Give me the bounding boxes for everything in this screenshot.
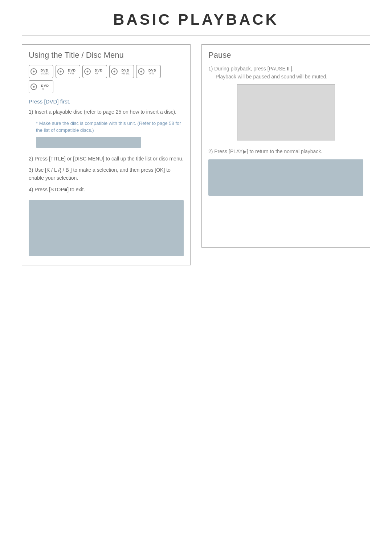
dvd-sub-6: -R xyxy=(41,87,44,90)
dvd-disc-circle-1 xyxy=(30,68,37,75)
dvd-text-video: DVD VIDEO xyxy=(41,69,49,75)
dvd-sub-2: +RW xyxy=(68,72,74,75)
right-section-title: Pause xyxy=(208,50,363,60)
page-title: BASIC PLAYBACK xyxy=(22,11,370,36)
dvd-label-3: DVD xyxy=(95,69,103,72)
dvd-label-1: DVD xyxy=(41,69,49,72)
right-step-2: 2) Press [PLAY▶] to return to the normal… xyxy=(208,148,363,156)
dvd-text-minusr: DVD -R xyxy=(41,84,49,90)
dvd-label-4: DVD xyxy=(122,69,130,72)
dvd-text-rw: DVD +RW xyxy=(68,69,76,75)
dvd-sub-3: +R xyxy=(95,72,98,75)
dvd-disc-circle-4 xyxy=(111,68,118,75)
dvd-label-5: DVD xyxy=(148,69,156,72)
dvd-icon-minusr: DVD -R xyxy=(29,80,53,93)
dvd-sub-4: +R DL xyxy=(122,72,130,75)
left-step-note: * Make sure the disc is compatible with … xyxy=(36,120,184,134)
left-step-3: 3) Use [K / L /{ / B ] to make a selecti… xyxy=(29,166,184,182)
dvd-disc-circle-6 xyxy=(30,83,37,90)
dvd-icon-minusrw: DVD -RW xyxy=(136,65,161,78)
right-section: Pause 1) During playback, press [PAUSE⏸]… xyxy=(201,44,370,248)
left-section-title: Using the Title / Disc Menu xyxy=(29,50,184,60)
dvd-icon-rw: DVD +RW xyxy=(56,65,80,78)
dvd-label-2: DVD xyxy=(68,69,76,72)
right-step-1-sub: Playback will be paused and sound will b… xyxy=(216,73,363,81)
page-wrapper: BASIC PLAYBACK Using the Title / Disc Me… xyxy=(0,0,392,554)
press-dvd-label: Press [DVD] first. xyxy=(29,98,184,105)
dvd-disc-circle-5 xyxy=(138,68,144,75)
dvd-label-6: DVD xyxy=(41,84,49,87)
dvd-disc-circle-2 xyxy=(57,68,64,75)
left-section: Using the Title / Disc Menu DVD VIDEO DV… xyxy=(22,44,191,265)
right-step-1: 1) During playback, press [PAUSE⏸]. Play… xyxy=(208,65,363,81)
left-image-placeholder-bottom xyxy=(29,200,184,256)
dvd-text-r: DVD +R xyxy=(95,69,103,75)
dvd-icon-video: DVD VIDEO xyxy=(29,65,53,78)
dvd-icons-row: DVD VIDEO DVD +RW DVD +R xyxy=(29,65,184,93)
right-image-placeholder-bottom xyxy=(208,159,363,196)
dvd-sub-1: VIDEO xyxy=(41,72,49,75)
dvd-icon-r: DVD +R xyxy=(82,65,107,78)
left-step-2: 2) Press [TITLE] or [DISC MENU] to call … xyxy=(29,155,184,163)
dvd-text-rdl: DVD +R DL xyxy=(122,69,130,75)
dvd-text-minusrw: DVD -RW xyxy=(148,69,156,75)
dvd-icon-rdl: DVD +R DL xyxy=(109,65,134,78)
left-image-placeholder-top xyxy=(36,137,141,148)
two-col-layout: Using the Title / Disc Menu DVD VIDEO DV… xyxy=(22,44,370,265)
left-step-1: 1) Insert a playable disc (refer to page… xyxy=(29,108,184,116)
right-image-placeholder-top xyxy=(237,84,335,140)
dvd-disc-circle-3 xyxy=(84,68,91,75)
left-step-4: 4) Press [STOP■] to exit. xyxy=(29,186,184,194)
dvd-sub-5: -RW xyxy=(148,72,154,75)
